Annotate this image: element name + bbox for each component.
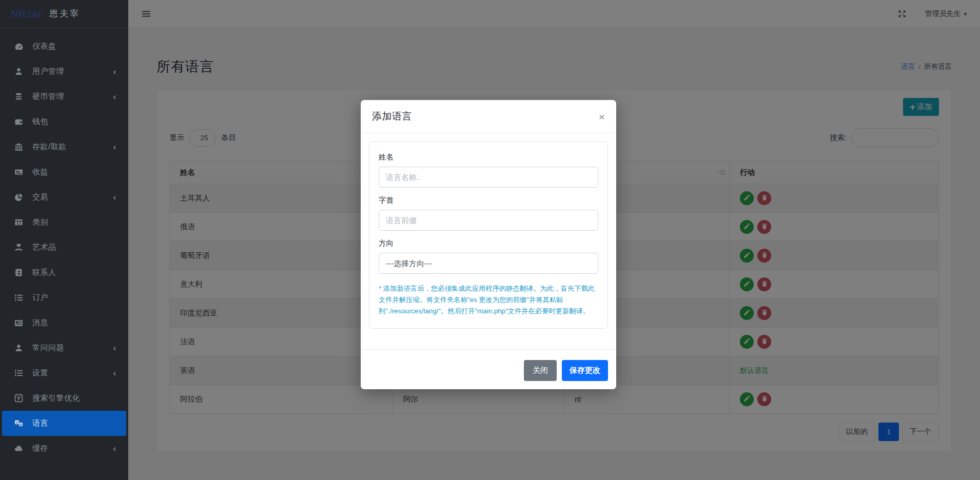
sidebar-item-label: 类别 bbox=[32, 217, 48, 227]
sidebar-item-label: 联系人 bbox=[32, 268, 56, 277]
sidebar-item-wallet[interactable]: 钱包 bbox=[2, 109, 126, 134]
sidebar-item-label: 语言 bbox=[32, 418, 48, 428]
table-icon bbox=[14, 218, 26, 227]
sidebar-item-transactions[interactable]: 交易‹ bbox=[2, 185, 126, 210]
language-name-input[interactable] bbox=[379, 167, 598, 188]
user-icon bbox=[14, 344, 26, 352]
gauge-icon bbox=[14, 42, 26, 51]
note-text-before: * 添加新语言后，您必须集成此应用程序的静态翻译。为此，首先下载此 bbox=[379, 285, 595, 292]
sidebar-item-label: 硬币管理 bbox=[32, 92, 64, 102]
sidebar-item-label: 用户管理 bbox=[32, 67, 64, 76]
direction-field-label: 方向 bbox=[379, 238, 598, 248]
sidebar-item-earnings[interactable]: 收益 bbox=[2, 159, 126, 185]
modal-note: * 添加新语言后，您必须集成此应用程序的静态翻译。为此，首先下载此 文件并解压缩… bbox=[379, 283, 598, 317]
sidebar-item-label: 存款/取款 bbox=[32, 142, 67, 152]
sidebar-item-label: 搜索引擎优化 bbox=[32, 393, 80, 403]
svg-text:z: z bbox=[20, 423, 22, 426]
sidebar: Nftzai 恩夫宰 仪表盘用户管理‹硬币管理‹钱包存款/取款‹收益交易‹类别艺… bbox=[0, 0, 128, 480]
sidebar-menu: 仪表盘用户管理‹硬币管理‹钱包存款/取款‹收益交易‹类别艺术品联系人订户消息常问… bbox=[0, 28, 128, 467]
seo-icon bbox=[14, 394, 26, 403]
sidebar-item-label: 艺术品 bbox=[32, 243, 56, 252]
direction-field-group: 方向 ---选择方向--- bbox=[379, 238, 598, 274]
prefix-field-label: 字首 bbox=[379, 195, 598, 205]
money-check-icon bbox=[14, 168, 26, 176]
modal-close-button[interactable]: 关闭 bbox=[524, 360, 557, 381]
note-file-link[interactable]: 文件 bbox=[379, 296, 393, 304]
sidebar-item-messages[interactable]: 消息 bbox=[2, 310, 126, 335]
sidebar-item-settings[interactable]: 设置‹ bbox=[2, 361, 126, 386]
sidebar-item-label: 钱包 bbox=[32, 117, 48, 127]
modal-header: 添加语言 × bbox=[361, 100, 616, 133]
sidebar-item-coins[interactable]: 硬币管理‹ bbox=[2, 84, 126, 109]
chevron-left-icon: ‹ bbox=[113, 143, 116, 152]
list-icon bbox=[14, 369, 26, 377]
brand-logo: Nftzai bbox=[10, 8, 41, 20]
sidebar-item-artworks[interactable]: 艺术品 bbox=[2, 235, 126, 260]
add-language-modal: 添加语言 × 姓名 字首 方向 ---选择方向--- * 添加新语言后，您必须集… bbox=[361, 100, 616, 389]
chevron-left-icon: ‹ bbox=[113, 444, 116, 453]
language-prefix-input[interactable] bbox=[379, 210, 598, 231]
modal-body: 姓名 字首 方向 ---选择方向--- * 添加新语言后，您必须集成此应用程序的… bbox=[361, 133, 616, 349]
sidebar-item-seo[interactable]: 搜索引擎优化 bbox=[2, 386, 126, 411]
sidebar-item-label: 订户 bbox=[32, 293, 48, 303]
sidebar-item-cache[interactable]: 缓存‹ bbox=[2, 436, 126, 461]
newspaper-icon bbox=[14, 318, 26, 327]
sidebar-item-users[interactable]: 用户管理‹ bbox=[2, 59, 126, 84]
sidebar-item-label: 常问问题 bbox=[32, 343, 64, 353]
sidebar-item-label: 消息 bbox=[32, 318, 48, 328]
prefix-field-group: 字首 bbox=[379, 195, 598, 231]
modal-footer: 关闭 保存更改 bbox=[361, 349, 616, 389]
wallet-icon bbox=[14, 117, 26, 126]
sidebar-item-languages[interactable]: Az语言 bbox=[2, 411, 126, 436]
sidebar-item-label: 设置 bbox=[32, 368, 48, 378]
close-icon[interactable]: × bbox=[599, 111, 605, 122]
chevron-left-icon: ‹ bbox=[113, 92, 116, 102]
sidebar-item-contacts[interactable]: 联系人 bbox=[2, 260, 126, 285]
sidebar-item-deposits[interactable]: 存款/取款‹ bbox=[2, 134, 126, 159]
name-field-group: 姓名 bbox=[379, 152, 598, 188]
sidebar-item-label: 仪表盘 bbox=[32, 42, 56, 51]
note-text-after: 并解压缩。将文件夹名称"es 更改为您的前缀"并将其粘贴到"./resource… bbox=[379, 296, 590, 315]
sidebar-item-subscribers[interactable]: 订户 bbox=[2, 285, 126, 310]
list-ol-icon bbox=[14, 293, 26, 302]
address-book-icon bbox=[14, 268, 26, 277]
sidebar-item-dashboard[interactable]: 仪表盘 bbox=[2, 34, 126, 59]
bank-icon bbox=[14, 143, 26, 151]
brand: Nftzai 恩夫宰 bbox=[0, 0, 128, 28]
cloud-icon bbox=[14, 444, 26, 453]
sidebar-item-faq[interactable]: 常问问题‹ bbox=[2, 335, 126, 361]
chevron-left-icon: ‹ bbox=[113, 344, 116, 353]
sidebar-item-label: 收益 bbox=[32, 167, 48, 177]
modal-title: 添加语言 bbox=[372, 110, 412, 123]
user-icon bbox=[14, 67, 26, 76]
sidebar-item-label: 缓存 bbox=[32, 444, 48, 453]
direction-select[interactable]: ---选择方向--- bbox=[379, 253, 598, 274]
chevron-left-icon: ‹ bbox=[113, 193, 116, 202]
modal-form-card: 姓名 字首 方向 ---选择方向--- * 添加新语言后，您必须集成此应用程序的… bbox=[369, 142, 608, 329]
modal-save-button[interactable]: 保存更改 bbox=[562, 360, 608, 381]
svg-text:A: A bbox=[16, 421, 18, 424]
coins-icon bbox=[14, 92, 26, 101]
sidebar-item-categories[interactable]: 类别 bbox=[2, 210, 126, 235]
brand-title: 恩夫宰 bbox=[49, 8, 80, 19]
sidebar-item-label: 交易 bbox=[32, 192, 48, 202]
language-icon: Az bbox=[14, 419, 26, 428]
chevron-left-icon: ‹ bbox=[113, 67, 116, 76]
pie-chart-icon bbox=[14, 193, 26, 202]
chevron-left-icon: ‹ bbox=[113, 369, 116, 378]
name-field-label: 姓名 bbox=[379, 152, 598, 162]
hand-heart-icon bbox=[14, 243, 26, 252]
